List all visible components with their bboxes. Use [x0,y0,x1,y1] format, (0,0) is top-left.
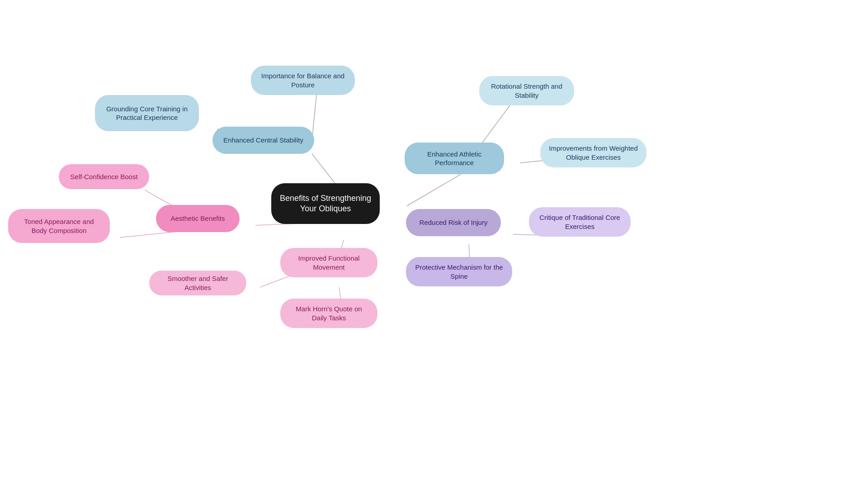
critique-traditional-core-node[interactable]: Critique of Traditional Core Exercises [529,207,631,237]
center-node[interactable]: Benefits of Strengthening Your Obliques [271,183,380,224]
mark-horn-quote-node[interactable]: Mark Horn's Quote on Daily Tasks [280,299,377,328]
toned-appearance-node[interactable]: Toned Appearance and Body Composition [8,209,110,243]
grounding-core-training-node[interactable]: Grounding Core Training in Practical Exp… [95,95,199,131]
improvements-weighted-oblique-node[interactable]: Improvements from Weighted Oblique Exerc… [540,138,646,167]
rotational-strength-stability-node[interactable]: Rotational Strength and Stability [479,76,574,105]
enhanced-athletic-performance-node[interactable]: Enhanced Athletic Performance [405,143,504,174]
reduced-risk-injury-node[interactable]: Reduced Risk of Injury [406,209,501,236]
improved-functional-movement-node[interactable]: Improved Functional Movement [280,248,377,277]
smoother-safer-activities-node[interactable]: Smoother and Safer Activities [149,271,246,295]
importance-balance-posture-node[interactable]: Importance for Balance and Posture [251,66,355,95]
enhanced-central-stability-node[interactable]: Enhanced Central Stability [212,127,314,154]
aesthetic-benefits-node[interactable]: Aesthetic Benefits [156,205,240,232]
protective-mechanism-spine-node[interactable]: Protective Mechanism for the Spine [406,257,512,286]
self-confidence-boost-node[interactable]: Self-Confidence Boost [59,164,149,189]
